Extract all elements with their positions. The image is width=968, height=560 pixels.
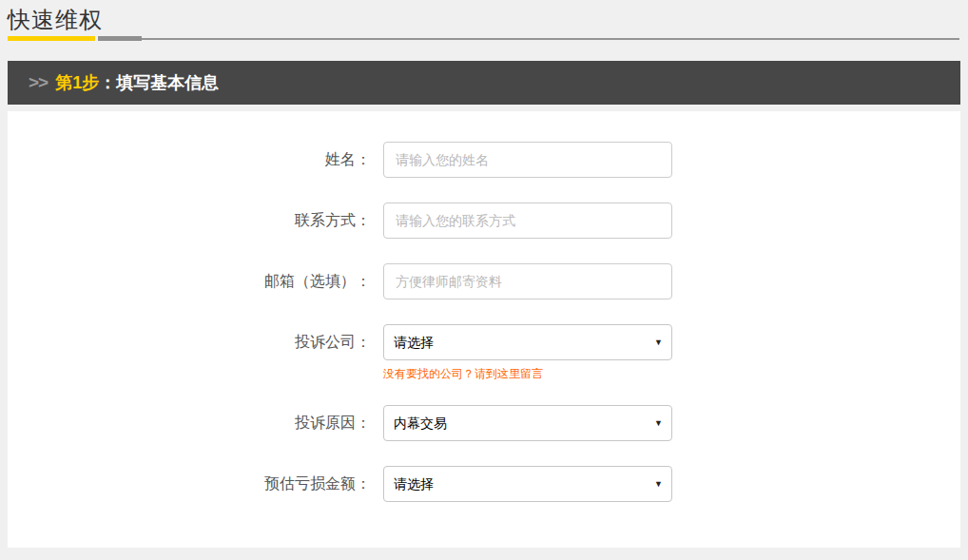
form-row-complaint-company: 投诉公司： 请选择 ▼	[8, 324, 960, 360]
contact-input[interactable]	[383, 203, 672, 239]
name-input[interactable]	[383, 142, 672, 178]
email-label: 邮箱（选填）：	[8, 263, 383, 299]
complaint-company-label: 投诉公司：	[8, 324, 383, 360]
complaint-company-select[interactable]: 请选择	[383, 324, 672, 360]
form-row-name: 姓名：	[8, 142, 960, 178]
form-panel: 姓名： 联系方式： 邮箱（选填）： 投诉公司： 请选择 ▼ 没有要找的公司？请到…	[8, 111, 960, 548]
step-header-bar: >> 第1步 ： 填写基本信息	[8, 61, 960, 105]
chevron-right-icon: >>	[29, 72, 48, 93]
complaint-reason-select[interactable]: 内幕交易	[383, 405, 672, 441]
email-input[interactable]	[383, 263, 672, 299]
estimated-loss-label: 预估亏损金额：	[8, 466, 383, 502]
company-feedback-link[interactable]: 没有要找的公司？请到这里留言	[383, 367, 543, 380]
divider-line	[142, 38, 959, 40]
title-underline	[8, 36, 960, 41]
page-title: 快速维权	[8, 7, 960, 33]
step-title: 填写基本信息	[116, 71, 219, 94]
complaint-company-select-wrap: 请选择 ▼	[383, 324, 672, 360]
estimated-loss-select[interactable]: 请选择	[383, 466, 672, 502]
step-number: 第1步	[55, 71, 99, 94]
complaint-reason-label: 投诉原因：	[8, 405, 383, 441]
underline-gray-segment	[98, 36, 142, 41]
form-row-estimated-loss: 预估亏损金额： 请选择 ▼	[8, 466, 960, 502]
estimated-loss-select-wrap: 请选择 ▼	[383, 466, 672, 502]
page-header: 快速维权	[0, 0, 968, 41]
underline-yellow-segment	[8, 36, 95, 41]
contact-label: 联系方式：	[8, 203, 383, 239]
step-separator: ：	[99, 71, 116, 94]
complaint-reason-select-wrap: 内幕交易 ▼	[383, 405, 672, 441]
company-help-row: 没有要找的公司？请到这里留言	[383, 364, 960, 382]
name-label: 姓名：	[8, 142, 383, 178]
form-row-contact: 联系方式：	[8, 203, 960, 239]
form-row-complaint-reason: 投诉原因： 内幕交易 ▼	[8, 405, 960, 441]
form-row-email: 邮箱（选填）：	[8, 263, 960, 299]
